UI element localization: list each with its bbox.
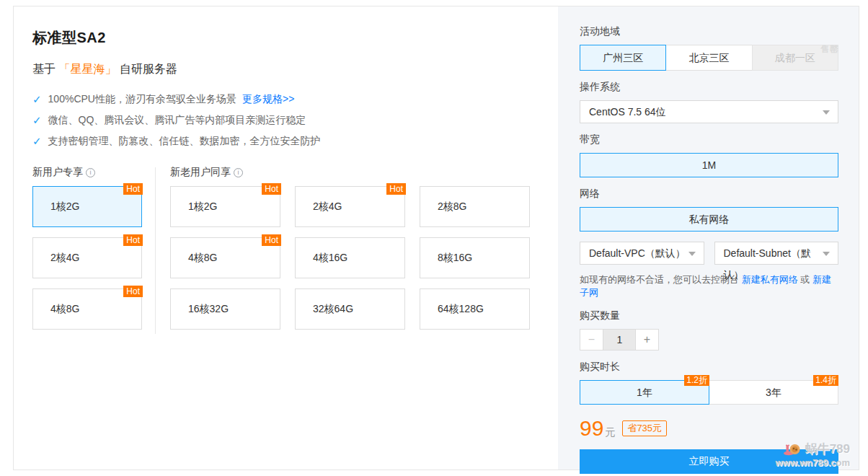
spec-card-8c16g[interactable]: 8核16G (420, 237, 530, 278)
page-title: 标准型SA2 (32, 28, 545, 48)
hot-badge: Hot (123, 183, 143, 195)
spec-card-4c16g[interactable]: 4核16G (295, 237, 405, 278)
hot-badge: Hot (123, 234, 143, 246)
spec-card-4c8g[interactable]: Hot 4核8G (170, 237, 280, 278)
quantity-plus-button[interactable]: + (635, 329, 659, 351)
network-section: 网络 私有网络 (580, 188, 838, 232)
price-row: 99 元 省735元 (580, 416, 838, 441)
feature-item: ✓ 支持密钥管理、防篡改、信任链、数据加密，全方位安全防护 (32, 131, 545, 151)
spec-card-label: 16核32G (188, 303, 229, 316)
chevron-down-icon (823, 110, 830, 115)
buy-now-button[interactable]: 立即购买 (580, 449, 838, 474)
hot-badge: Hot (262, 183, 281, 195)
more-specs-link[interactable]: 更多规格>> (242, 89, 294, 110)
chevron-down-icon (823, 252, 830, 256)
region-tab-beijing[interactable]: 北京三区 (665, 45, 752, 71)
spec-card-1c2g-new[interactable]: Hot 1核2G (32, 186, 142, 227)
duration-1year[interactable]: 1.2折 1年 (580, 380, 709, 405)
os-select[interactable]: CentOS 7.5 64位 (580, 100, 838, 123)
subtitle-prefix: 基于 (32, 63, 56, 75)
duration-option-label: 1年 (637, 387, 652, 398)
discount-badge: 1.2折 (684, 375, 709, 386)
feature-text: 100%CPU性能，游刃有余驾驭全业务场景 (48, 89, 236, 110)
spec-grid: Hot 1核2G Hot 2核4G 2核8G Hot 4核8G (170, 186, 530, 330)
spec-card-label: 2核4G (313, 200, 342, 213)
note-text: 如现有的网络不合适，您可以去控制台 (580, 274, 739, 285)
vpc-row: Default-VPC（默认） Default-Subnet（默认） (580, 242, 838, 265)
spec-card-16c32g[interactable]: 16核32G (170, 288, 280, 330)
region-tab-label: 成都一区 (775, 52, 815, 63)
feature-item: ✓ 微信、QQ、腾讯会议、腾讯广告等内部项目亲测运行稳定 (32, 110, 545, 131)
spec-card-label: 4核8G (188, 252, 217, 265)
create-vpc-link[interactable]: 新建私有网络 (742, 274, 798, 285)
feature-text: 支持密钥管理、防篡改、信任链、数据加密，全方位安全防护 (48, 131, 321, 151)
spec-card-2c4g[interactable]: Hot 2核4G (295, 186, 405, 227)
check-icon: ✓ (32, 110, 42, 131)
spec-card-label: 2核4G (50, 252, 79, 265)
duration-section: 购买时长 1.2折 1年 1.4折 3年 (580, 361, 838, 405)
info-icon: i (86, 168, 95, 177)
check-icon: ✓ (32, 131, 42, 151)
spec-card-label: 1核2G (50, 200, 79, 213)
feature-text: 微信、QQ、腾讯会议、腾讯广告等内部项目亲测运行稳定 (48, 110, 306, 131)
hot-badge: Hot (262, 234, 281, 246)
discount-badge: 1.4折 (813, 375, 838, 386)
hot-badge: Hot (386, 183, 406, 195)
region-tab-guangzhou[interactable]: 广州三区 (580, 45, 666, 71)
group-new-users: 新用户专享 i Hot 1核2G Hot 2核4G Hot 4核8G (32, 166, 142, 340)
spec-card-label: 8核16G (438, 252, 472, 265)
price-unit: 元 (605, 426, 615, 439)
region-section: 活动地域 广州三区 北京三区 售罄 成都一区 (580, 25, 838, 71)
bandwidth-label: 带宽 (580, 133, 838, 146)
check-icon: ✓ (32, 89, 42, 110)
quantity-stepper: − 1 + (580, 329, 838, 351)
region-label: 活动地域 (580, 25, 838, 38)
product-panel: 标准型SA2 基于 「星星海」 自研服务器 ✓ 100%CPU性能，游刃有余驾驭… (14, 6, 558, 470)
vpc-select[interactable]: Default-VPC（默认） (580, 242, 704, 265)
spec-card-label: 2核8G (438, 200, 466, 213)
region-tab-chengdu[interactable]: 售罄 成都一区 (752, 45, 838, 71)
spec-groups: 新用户专享 i Hot 1核2G Hot 2核4G Hot 4核8G (32, 166, 545, 340)
soldout-badge: 售罄 (820, 37, 839, 61)
info-icon: i (234, 168, 243, 177)
network-option[interactable]: 私有网络 (580, 207, 838, 232)
subtitle-highlight: 「星星海」 (58, 63, 116, 75)
spec-card-2c4g-new[interactable]: Hot 2核4G (32, 237, 142, 278)
network-label: 网络 (580, 188, 838, 200)
bandwidth-section: 带宽 1M (580, 133, 838, 177)
spec-card-label: 4核16G (313, 252, 347, 265)
bandwidth-option[interactable]: 1M (580, 153, 838, 177)
savings-badge: 省735元 (622, 420, 667, 436)
note-conjunction: 或 (800, 274, 810, 285)
spec-card-1c2g[interactable]: Hot 1核2G (170, 186, 280, 227)
minus-icon: − (588, 333, 595, 345)
spec-card-2c8g[interactable]: 2核8G (420, 186, 530, 227)
quantity-label: 购买数量 (580, 309, 838, 322)
duration-options: 1.2折 1年 1.4折 3年 (580, 380, 838, 405)
spec-card-32c64g[interactable]: 32核64G (295, 288, 405, 330)
os-label: 操作系统 (580, 81, 838, 94)
spec-card-label: 1核2G (188, 200, 217, 213)
group-divider (155, 167, 156, 334)
spec-card-64c128g[interactable]: 64核128G (420, 288, 530, 330)
config-panel: 活动地域 广州三区 北京三区 售罄 成都一区 操作系统 CentOS 7.5 6… (558, 6, 859, 470)
duration-option-label: 3年 (766, 387, 781, 398)
price-amount: 99 (580, 416, 603, 441)
os-select-value: CentOS 7.5 64位 (589, 106, 666, 118)
group-label-text: 新老用户同享 (170, 166, 231, 179)
feature-item: ✓ 100%CPU性能，游刃有余驾驭全业务场景 更多规格>> (32, 89, 545, 110)
spec-card-label: 32核64G (313, 303, 353, 316)
quantity-value: 1 (603, 329, 636, 351)
quantity-minus-button[interactable]: − (580, 329, 603, 351)
subnet-select[interactable]: Default-Subnet（默认） (714, 242, 839, 265)
spec-card-label: 4核8G (50, 303, 79, 316)
group-label: 新用户专享 i (32, 166, 142, 179)
duration-3year[interactable]: 1.4折 3年 (709, 380, 838, 405)
group-label-text: 新用户专享 (32, 166, 83, 179)
region-tab-label: 北京三区 (688, 52, 729, 63)
subtitle-suffix: 自研服务器 (120, 63, 177, 75)
purchase-card: 标准型SA2 基于 「星星海」 自研服务器 ✓ 100%CPU性能，游刃有余驾驭… (13, 6, 859, 470)
product-subtitle: 基于 「星星海」 自研服务器 (32, 62, 545, 77)
region-tabs: 广州三区 北京三区 售罄 成都一区 (580, 45, 838, 71)
spec-card-4c8g-new[interactable]: Hot 4核8G (32, 288, 142, 330)
